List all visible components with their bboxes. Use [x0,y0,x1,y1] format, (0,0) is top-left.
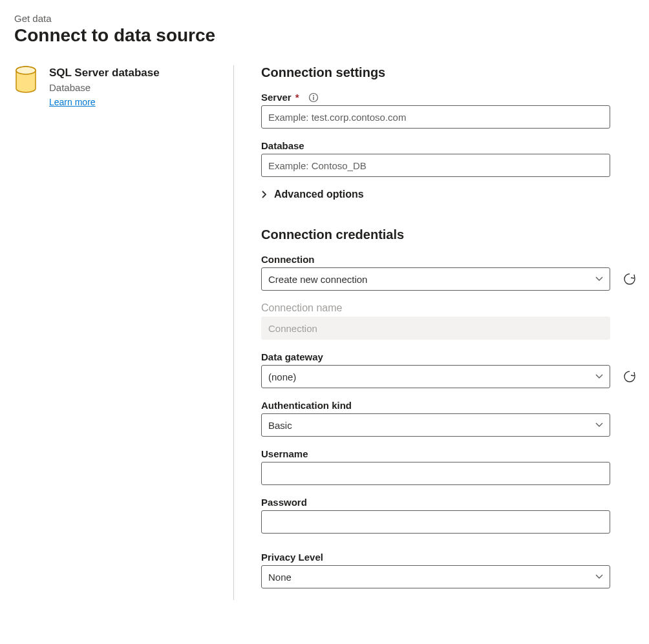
svg-point-3 [313,95,314,96]
connection-refresh-button[interactable] [621,270,639,288]
server-input[interactable] [261,105,610,129]
learn-more-link[interactable]: Learn more [49,97,96,107]
data-source-card: SQL Server database Database Learn more [14,65,220,107]
password-label: Password [261,497,639,508]
advanced-options-label: Advanced options [274,189,364,200]
breadcrumb: Get data [14,13,635,24]
username-input[interactable] [261,462,610,485]
connection-select[interactable]: Create new connection [261,267,610,291]
authentication-kind-value: Basic [268,420,292,431]
data-gateway-label: Data gateway [261,351,639,362]
info-icon[interactable] [308,92,319,103]
authentication-kind-label: Authentication kind [261,400,639,411]
connection-name-input [261,317,610,340]
privacy-level-value: None [268,572,292,583]
source-title: SQL Server database [49,65,220,81]
source-subtitle: Database [49,82,220,93]
page-title: Connect to data source [14,25,635,46]
server-label: Server * [261,92,639,103]
svg-point-1 [16,67,36,74]
refresh-icon [622,369,637,384]
chevron-right-icon [261,190,268,199]
data-gateway-select-value: (none) [268,371,296,382]
database-label: Database [261,140,639,151]
connection-label: Connection [261,254,639,265]
refresh-icon [622,272,637,286]
gateway-refresh-button[interactable] [621,368,639,386]
connection-name-label: Connection name [261,302,639,314]
data-gateway-select[interactable]: (none) [261,365,610,388]
database-icon [14,65,40,107]
advanced-options-toggle[interactable]: Advanced options [261,189,639,200]
authentication-kind-select[interactable]: Basic [261,413,610,437]
server-label-text: Server [261,92,292,103]
connection-select-value: Create new connection [268,274,367,285]
privacy-level-label: Privacy Level [261,552,639,563]
privacy-level-select[interactable]: None [261,565,610,588]
password-input[interactable] [261,510,610,534]
connection-credentials-heading: Connection credentials [261,227,639,242]
username-label: Username [261,448,639,459]
connection-settings-heading: Connection settings [261,65,639,80]
svg-rect-4 [313,96,314,99]
required-indicator: * [295,92,299,103]
database-input[interactable] [261,154,610,177]
